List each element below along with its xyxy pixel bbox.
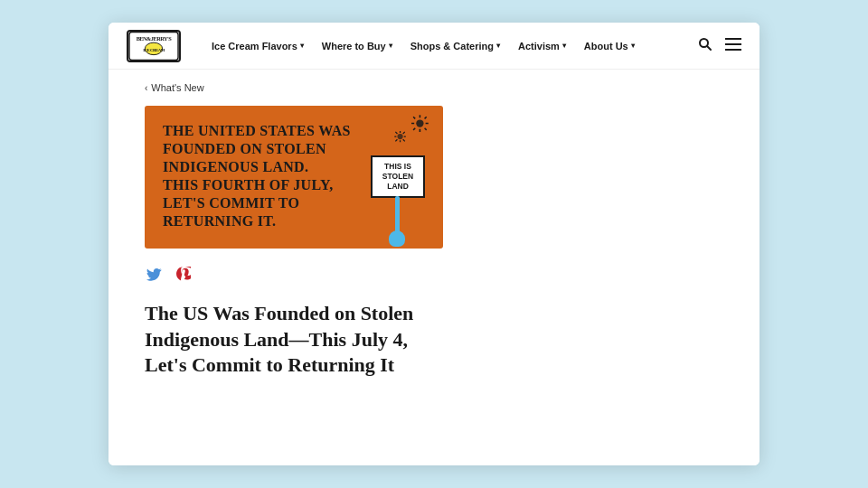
twitter-share-button[interactable] — [145, 265, 165, 285]
nav-bar: BEN&JERRY'S ICE CREAM Ice Cream Flavors … — [108, 23, 760, 70]
nav-label: Ice Cream Flavors — [212, 41, 297, 52]
svg-text:ICE CREAM: ICE CREAM — [143, 47, 165, 52]
nav-item-shops-catering[interactable]: Shops & Catering ▾ — [401, 41, 509, 52]
nav-links: Ice Cream Flavors ▾ Where to Buy ▾ Shops… — [203, 41, 698, 52]
chevron-left-icon: ‹ — [145, 83, 147, 93]
nav-item-where-to-buy[interactable]: Where to Buy ▾ — [313, 41, 401, 52]
nav-actions — [698, 37, 741, 55]
chevron-down-icon: ▾ — [389, 42, 392, 50]
sign-card: THIS ISSTOLENLAND — [371, 155, 425, 198]
nav-label: Activism — [518, 41, 560, 52]
social-share-row — [145, 265, 723, 285]
logo: BEN&JERRY'S ICE CREAM — [127, 30, 181, 62]
browser-window: BEN&JERRY'S ICE CREAM Ice Cream Flavors … — [108, 23, 760, 465]
pinterest-share-button[interactable] — [174, 265, 193, 285]
nav-item-about-us[interactable]: About Us ▾ — [575, 41, 644, 52]
article-title: The US Was Founded on Stolen Indigenous … — [145, 301, 452, 379]
svg-text:BEN&JERRY'S: BEN&JERRY'S — [137, 35, 173, 42]
svg-line-17 — [425, 117, 427, 118]
breadcrumb[interactable]: ‹ What's New — [145, 82, 723, 93]
search-icon[interactable] — [698, 37, 712, 55]
content-area: ‹ What's New — [108, 70, 760, 465]
chevron-down-icon: ▾ — [300, 42, 304, 50]
breadcrumb-text: What's New — [151, 82, 203, 93]
page-wrapper: BEN&JERRY'S ICE CREAM Ice Cream Flavors … — [0, 0, 868, 488]
nav-label: Shops & Catering — [410, 41, 494, 52]
chevron-down-icon: ▾ — [562, 42, 566, 50]
svg-line-5 — [707, 46, 711, 50]
svg-line-14 — [413, 117, 415, 118]
chevron-down-icon: ▾ — [631, 42, 635, 50]
hamburger-menu-icon[interactable] — [725, 38, 741, 54]
nav-item-activism[interactable]: Activism ▾ — [509, 41, 575, 52]
nav-item-ice-cream-flavors[interactable]: Ice Cream Flavors ▾ — [203, 41, 313, 52]
featured-banner: THE UNITED STATES WAS FOUNDED ON STOLEN … — [145, 106, 443, 249]
nav-label: Where to Buy — [322, 41, 386, 52]
hand-illustration — [389, 230, 405, 247]
nav-label: About Us — [584, 41, 628, 52]
chevron-down-icon: ▾ — [496, 42, 500, 50]
logo-link[interactable]: BEN&JERRY'S ICE CREAM — [127, 30, 181, 62]
